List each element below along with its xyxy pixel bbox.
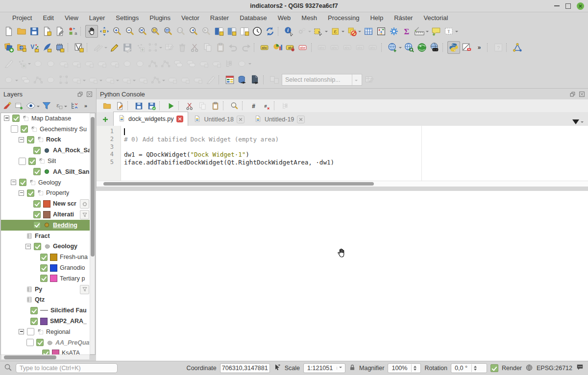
layer-checkbox[interactable] bbox=[27, 189, 34, 197]
db-export-icon[interactable] bbox=[249, 73, 262, 86]
menu-item-raster[interactable]: Raster bbox=[205, 14, 234, 22]
python-console-icon[interactable] bbox=[447, 41, 460, 54]
scale-dropdown[interactable] bbox=[339, 367, 342, 370]
close-button-icon[interactable] bbox=[577, 2, 584, 10]
layers-vertical-scrollbar[interactable] bbox=[90, 113, 95, 354]
refresh-map-icon[interactable] bbox=[264, 25, 276, 38]
pin-labels-icon[interactable]: ab bbox=[284, 41, 297, 54]
float-panel-icon[interactable] bbox=[569, 91, 576, 97]
layer-checkbox[interactable] bbox=[36, 339, 44, 346]
find-text-icon[interactable] bbox=[228, 99, 241, 112]
menu-item-settings[interactable]: Settings bbox=[110, 14, 144, 22]
text-annotation-dropdown[interactable] bbox=[455, 31, 458, 34]
layer-row-silt[interactable]: Silt bbox=[1, 156, 95, 166]
tab-close-icon[interactable] bbox=[176, 116, 183, 122]
show-spatial-bookmarks-icon[interactable] bbox=[225, 25, 238, 38]
select-features-dropdown[interactable] bbox=[325, 31, 328, 34]
layer-row-map-database[interactable]: Map Database bbox=[1, 113, 95, 124]
memory-layer-indicator-icon[interactable] bbox=[80, 199, 89, 209]
field-calculator-icon[interactable] bbox=[375, 25, 388, 38]
open-data-source-manager-icon[interactable] bbox=[2, 41, 15, 54]
measure-icon[interactable] bbox=[413, 25, 426, 38]
tab-dock-widgets-py[interactable]: dock_widgets.py bbox=[113, 112, 188, 126]
layer-row-py[interactable]: Py bbox=[1, 284, 95, 295]
layer-checkbox[interactable] bbox=[40, 254, 48, 261]
menu-item-database[interactable]: Database bbox=[234, 14, 272, 22]
layer-row-smp2-ara-[interactable]: SMP2_ARA_ bbox=[1, 316, 95, 327]
uncomment-code-icon[interactable]: # bbox=[260, 99, 272, 112]
tree-expander-icon[interactable] bbox=[11, 180, 16, 185]
code-lines[interactable]: # 0) Add tabified Dock Widget (empty are… bbox=[124, 126, 588, 181]
layer-row-fract[interactable]: Fract bbox=[1, 231, 95, 241]
layer-row-geochemistry-su[interactable]: Geochemistry Su bbox=[1, 124, 95, 135]
tree-expander-icon[interactable] bbox=[4, 116, 9, 121]
tree-expander-icon[interactable] bbox=[19, 190, 24, 196]
layer-row-silcified-fau[interactable]: Silcified Fau bbox=[1, 305, 95, 316]
menu-item-rster-plugin[interactable]: Ráster bbox=[389, 14, 418, 22]
new-print-layout-icon[interactable] bbox=[41, 25, 53, 38]
zoom-full-extent-icon[interactable] bbox=[136, 25, 149, 38]
zoom-to-layer-icon[interactable] bbox=[162, 25, 174, 38]
code-editor[interactable]: 12345 # 0) Add tabified Dock Widget (emp… bbox=[97, 126, 588, 181]
zoom-in-icon[interactable] bbox=[111, 25, 123, 38]
temporal-controller-icon[interactable] bbox=[251, 25, 264, 38]
render-checkbox[interactable] bbox=[490, 364, 498, 372]
menu-item-vector[interactable]: Vector bbox=[176, 14, 205, 22]
layer-diagram-options-icon[interactable] bbox=[271, 41, 284, 54]
add-script-tab-icon[interactable] bbox=[99, 114, 111, 125]
layer-row-bedding[interactable]: Bedding bbox=[1, 220, 95, 231]
open-layer-styling-icon[interactable] bbox=[1, 100, 13, 112]
select-features-icon[interactable] bbox=[312, 25, 325, 38]
new-spatial-bookmark-icon[interactable] bbox=[213, 25, 225, 38]
add-raster-layer-icon[interactable] bbox=[53, 41, 66, 54]
layer-checkbox[interactable] bbox=[34, 243, 41, 250]
layer-checkbox[interactable] bbox=[27, 328, 34, 335]
panel-overflow-icon[interactable]: » bbox=[80, 100, 92, 112]
quickmapservices-icon[interactable] bbox=[416, 41, 428, 54]
layer-checkbox[interactable] bbox=[19, 179, 26, 186]
layer-checkbox[interactable] bbox=[33, 168, 41, 175]
layer-row-alterati[interactable]: Alterati bbox=[1, 209, 95, 220]
manage-map-themes-icon[interactable] bbox=[25, 100, 37, 112]
menu-item-layer[interactable]: Layer bbox=[84, 14, 111, 22]
add-group-icon[interactable] bbox=[13, 100, 25, 112]
open-in-external-editor-icon[interactable] bbox=[113, 99, 126, 112]
bookmark-manager-icon[interactable] bbox=[238, 25, 251, 38]
new-virtual-layer-icon[interactable] bbox=[73, 41, 85, 54]
zoom-last-icon[interactable] bbox=[187, 25, 200, 38]
layer-row-regional[interactable]: Regional bbox=[1, 327, 95, 337]
show-layout-manager-icon[interactable] bbox=[53, 25, 66, 38]
new-project-icon[interactable] bbox=[2, 25, 15, 38]
layout-checker-icon[interactable] bbox=[223, 73, 236, 86]
filter-indicator-icon[interactable] bbox=[80, 285, 89, 294]
zoom-out-icon[interactable] bbox=[123, 25, 136, 38]
rotation-spinbox[interactable]: 0,0 ° bbox=[451, 363, 487, 373]
minimize-button-icon[interactable] bbox=[554, 5, 560, 6]
metasearch-add-service-dropdown[interactable] bbox=[399, 47, 402, 50]
deselect-features-dropdown[interactable] bbox=[358, 31, 361, 34]
layer-row-new-scr[interactable]: New scr bbox=[1, 198, 95, 209]
save-script-as-icon[interactable] bbox=[145, 99, 158, 112]
style-manager-icon[interactable]: a bbox=[66, 25, 79, 38]
filter-by-expression-icon[interactable]: ε bbox=[52, 100, 64, 112]
layer-checkbox[interactable] bbox=[33, 147, 41, 154]
tab-list-dropdown[interactable] bbox=[581, 121, 584, 124]
run-script-icon[interactable] bbox=[164, 99, 177, 112]
crs-icon[interactable] bbox=[525, 364, 533, 373]
cut-icon[interactable] bbox=[183, 99, 196, 112]
pan-map-icon[interactable] bbox=[85, 25, 98, 38]
open-script-icon[interactable] bbox=[100, 99, 113, 112]
toggle-editing-icon[interactable] bbox=[108, 41, 121, 54]
tab-untitled-19[interactable]: Untitled-19 bbox=[250, 113, 309, 126]
layer-checkbox[interactable] bbox=[28, 158, 36, 165]
coordinate-field[interactable]: 706310,3147881 bbox=[220, 363, 270, 373]
tab-close-icon[interactable] bbox=[297, 116, 305, 123]
processing-toolbox-icon[interactable] bbox=[388, 25, 400, 38]
map-canvas[interactable] bbox=[96, 191, 588, 361]
menu-item-vectorial-plugin[interactable]: Vectorial bbox=[418, 14, 453, 22]
select-by-expression-dropdown[interactable] bbox=[342, 31, 344, 34]
scrollbar-thumb[interactable] bbox=[4, 355, 56, 359]
tree-expander-icon[interactable] bbox=[19, 329, 24, 334]
open-project-icon[interactable] bbox=[15, 25, 28, 38]
extents-toggle-icon[interactable] bbox=[273, 364, 281, 373]
